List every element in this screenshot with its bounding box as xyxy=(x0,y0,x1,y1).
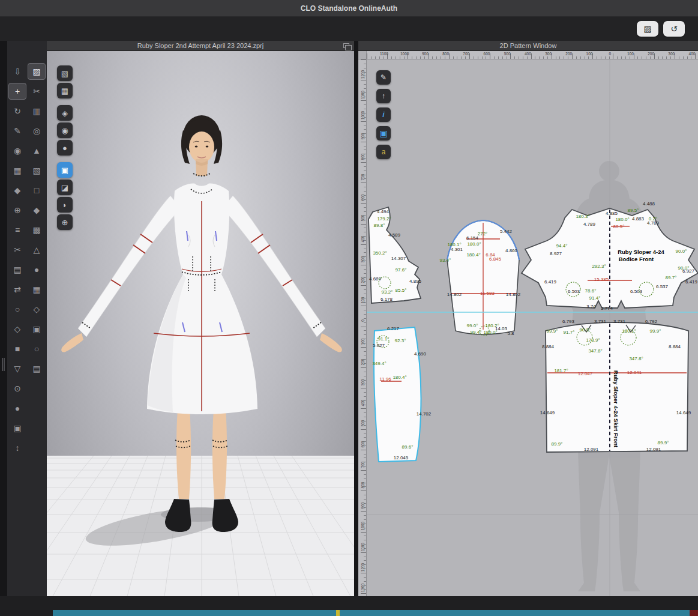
palette-group: ▧▦ xyxy=(57,65,73,98)
reset-view-button[interactable]: ↺ xyxy=(663,21,685,37)
pattern-2d-canvas[interactable]: 4.494179.2°89.8°4.589350.2°14.30797.6°4.… xyxy=(367,59,698,596)
thickness-view-button[interactable]: ◪ xyxy=(57,180,73,195)
measure-tool[interactable]: ⊕ xyxy=(8,202,26,219)
lock-pattern-tool[interactable]: a xyxy=(376,145,391,159)
ruler-horizontal: 1100100090080070060050040030020010001002… xyxy=(367,51,698,59)
trim-tool[interactable]: ✂ xyxy=(28,83,46,100)
ruler-number: 900 xyxy=(361,133,365,139)
left-tool-sidebar: ⇩+↻✎◉▦◆⊕≡✂▤⇄○◇■▽⊙●▣↕ ▨✂▥◎▲▧□◆▩△●▦◇▣○▤ xyxy=(7,41,47,596)
ruler-number: 500 xyxy=(361,215,365,222)
ruler-number: 1000 xyxy=(361,111,365,119)
ruler-number: 200 xyxy=(361,358,365,365)
sync-3d-tool[interactable]: ▣ xyxy=(376,126,391,140)
viewport-3d-panel: Ruby Sloper 2nd Attempt April 23 2024.zp… xyxy=(47,41,354,596)
import-tool[interactable]: ⇩ xyxy=(8,63,26,80)
palette-group: ▣◪◗⊕ xyxy=(57,162,73,230)
panel-divider[interactable] xyxy=(354,41,358,596)
ruler-number: 900 xyxy=(361,503,365,509)
ruler-number: 800 xyxy=(442,52,449,56)
trace-tool[interactable]: ▣ xyxy=(28,321,46,337)
pleat-tool[interactable]: ▲ xyxy=(28,142,46,159)
show-pins-button[interactable]: ◉ xyxy=(57,122,73,138)
tool-column-2: ▨✂▥◎▲▧□◆▩△●▦◇▣○▤ xyxy=(27,61,46,380)
binding-tool[interactable]: ▤ xyxy=(28,360,46,377)
bounding-tool[interactable]: □ xyxy=(28,182,46,199)
mesh-tool[interactable]: ▦ xyxy=(8,162,26,179)
ruler-number: 1100 xyxy=(361,91,365,99)
ruler-number: 700 xyxy=(361,174,365,181)
flatten-tool[interactable]: ▽ xyxy=(8,360,26,377)
circle-edit-tool[interactable]: ○ xyxy=(8,301,26,318)
ruler-number: 1100 xyxy=(361,543,365,551)
ruler-number: 100 xyxy=(586,52,593,56)
show-garment-button[interactable]: ◈ xyxy=(57,105,73,121)
transform-pattern-tool[interactable]: ↑ xyxy=(376,89,391,103)
pattern-pieces-drawing[interactable] xyxy=(367,59,698,596)
ruler-number: 100 xyxy=(361,297,365,304)
ruler-number: 200 xyxy=(361,277,365,283)
panel-tool[interactable]: ▣ xyxy=(8,420,26,436)
select-move-tool[interactable]: + xyxy=(8,83,26,100)
ruler-number: 1000 xyxy=(400,52,409,56)
render-button[interactable]: ▨ xyxy=(637,21,658,37)
ruler-number: 600 xyxy=(484,52,490,56)
button-tool[interactable]: ◆ xyxy=(28,202,46,219)
seam-tool[interactable]: ▥ xyxy=(28,103,46,119)
solid-view-tool[interactable]: ■ xyxy=(8,340,26,357)
grid-snap-tool[interactable]: ▦ xyxy=(28,281,46,298)
point-tool[interactable]: ● xyxy=(8,400,26,417)
fabric-tool[interactable]: ▤ xyxy=(8,261,26,278)
height-tool[interactable]: ↕ xyxy=(8,439,26,456)
ruler-number: 100 xyxy=(627,52,634,56)
viewport-3d-palette: ▧▦◈◉●▣◪◗⊕ xyxy=(57,65,73,237)
scissors-tool[interactable]: ✂ xyxy=(8,241,26,258)
avatar-pose-tool[interactable]: ▨ xyxy=(28,63,46,80)
notch-tool[interactable]: ◇ xyxy=(28,301,46,318)
pen-tool[interactable]: ✎ xyxy=(8,122,26,139)
show-3d-garment-button[interactable]: ▧ xyxy=(57,65,73,81)
grade-tool[interactable]: ⊙ xyxy=(8,380,26,397)
show-avatar-button[interactable]: ● xyxy=(57,140,73,156)
pattern-info-tool[interactable]: i xyxy=(376,107,391,122)
viewport-3d-canvas[interactable]: ▧▦◈◉●▣◪◗⊕ xyxy=(47,51,354,596)
texture-tool[interactable]: ▧ xyxy=(28,162,46,179)
palette-group: ◈◉● xyxy=(57,105,73,156)
ruler-number: 0 xyxy=(361,320,365,322)
dart-tool[interactable]: ◇ xyxy=(8,321,26,337)
ruler-number: 200 xyxy=(648,52,654,56)
ruler-vertical: 1200110010009008007006005004003002001000… xyxy=(358,59,367,596)
ruler-number: 300 xyxy=(361,256,365,262)
stitch-tool[interactable]: ◆ xyxy=(8,182,26,199)
ruler-number: 1200 xyxy=(361,70,365,79)
window-title: CLO Standalone OnlineAuth xyxy=(301,4,397,13)
panel-resize-grip[interactable] xyxy=(2,358,5,371)
swap-tool[interactable]: ⇄ xyxy=(8,281,26,298)
pattern-piece-skirt-back[interactable] xyxy=(374,327,421,462)
layers-tool[interactable]: ≡ xyxy=(8,222,26,238)
ruler-number: 400 xyxy=(689,52,696,56)
show-avatar-mesh-button[interactable]: ▦ xyxy=(57,83,73,98)
style-lines-red xyxy=(111,201,292,411)
float-window-icon[interactable] xyxy=(343,43,349,48)
edit-pattern-tool[interactable]: ✎ xyxy=(376,70,391,85)
ruler-number: 100 xyxy=(361,338,365,345)
ruler-number: 1000 xyxy=(361,522,365,530)
ruler-number: 0 xyxy=(609,52,611,56)
avatar-3d-scene[interactable] xyxy=(47,51,354,596)
fold-tool[interactable]: △ xyxy=(28,241,46,258)
ruler-number: 200 xyxy=(565,52,572,56)
ruler-number: 600 xyxy=(361,195,365,201)
window-titlebar: CLO Standalone OnlineAuth xyxy=(0,0,698,17)
eyelet-tool[interactable]: ○ xyxy=(28,340,46,357)
quilt-tool[interactable]: ▩ xyxy=(28,222,46,238)
pattern-piece-skirt-front[interactable] xyxy=(546,322,688,452)
mannequin-view-button[interactable]: ◗ xyxy=(57,197,73,213)
textured-surface-button[interactable]: ▣ xyxy=(57,162,73,178)
rotate-tool[interactable]: ↻ xyxy=(8,103,26,119)
tack-tool[interactable]: ● xyxy=(28,261,46,278)
pressure-tool[interactable]: ◎ xyxy=(28,122,46,139)
pattern-piece-bodice-back[interactable] xyxy=(369,207,421,303)
pattern-2d-title: 2D Pattern Window xyxy=(500,42,557,49)
pin-tool[interactable]: ◉ xyxy=(8,142,26,159)
globe-view-button[interactable]: ⊕ xyxy=(57,214,73,230)
